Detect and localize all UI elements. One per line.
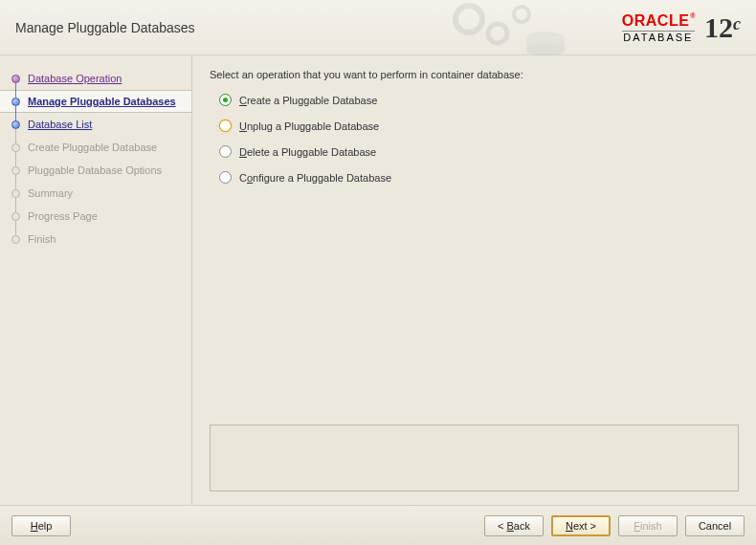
version-label: 12c — [704, 13, 741, 42]
radio-label: Unplug a Pluggable Database — [239, 120, 379, 132]
step-dot-icon — [11, 166, 20, 175]
next-button[interactable]: Next > — [551, 515, 611, 536]
page-title: Manage Pluggable Databases — [15, 20, 195, 35]
header-decoration-icon — [431, 0, 584, 55]
footer: Help < Back Next > Finish Cancel — [0, 505, 756, 545]
radio-configure-pluggable[interactable]: Configure a Pluggable Database — [219, 171, 739, 184]
radio-icon — [219, 120, 232, 132]
svg-point-0 — [456, 6, 482, 33]
prompt-text: Select an operation that you want to per… — [210, 69, 739, 80]
radio-icon — [219, 94, 232, 106]
step-dot-icon — [11, 235, 20, 244]
radio-label: Configure a Pluggable Database — [239, 172, 391, 184]
step-manage-pluggable[interactable]: Manage Pluggable Databases — [0, 90, 191, 113]
step-dot-icon — [11, 75, 20, 83]
step-dot-icon — [11, 189, 20, 198]
step-dot-icon — [11, 143, 20, 152]
step-label: Finish — [28, 233, 56, 245]
step-dot-icon — [11, 98, 20, 106]
operation-radio-group: Create a Pluggable Database Unplug a Plu… — [210, 94, 739, 184]
radio-icon — [219, 145, 232, 158]
step-create-pluggable: Create Pluggable Database — [0, 136, 191, 159]
radio-create-pluggable[interactable]: Create a Pluggable Database — [219, 94, 739, 106]
step-database-operation[interactable]: Database Operation — [0, 67, 191, 90]
finish-button: Finish — [618, 515, 678, 536]
radio-unplug-pluggable[interactable]: Unplug a Pluggable Database — [219, 120, 739, 132]
step-sidebar: Database Operation Manage Pluggable Data… — [0, 55, 191, 505]
step-label: Progress Page — [28, 210, 98, 222]
step-label: Summary — [28, 187, 73, 199]
step-finish: Finish — [0, 228, 191, 251]
main-panel: Select an operation that you want to per… — [191, 55, 756, 505]
step-summary: Summary — [0, 182, 191, 205]
content-area: Database Operation Manage Pluggable Data… — [0, 55, 756, 505]
radio-delete-pluggable[interactable]: Delete a Pluggable Database — [219, 145, 739, 158]
svg-rect-4 — [526, 38, 565, 50]
radio-icon — [219, 171, 232, 184]
help-button[interactable]: Help — [11, 515, 71, 536]
step-dot-icon — [11, 212, 20, 221]
step-label: Create Pluggable Database — [28, 142, 157, 153]
step-label: Database Operation — [28, 73, 122, 84]
step-dot-icon — [11, 120, 20, 129]
step-pluggable-options: Pluggable Database Options — [0, 159, 191, 182]
radio-label: Create a Pluggable Database — [239, 95, 377, 106]
product-name: DATABASE — [622, 31, 695, 43]
step-label: Manage Pluggable Databases — [28, 96, 176, 107]
step-progress: Progress Page — [0, 205, 191, 228]
message-area — [210, 425, 739, 491]
brand-name: ORACLE — [622, 12, 695, 30]
step-label: Database List — [28, 119, 92, 130]
svg-point-3 — [526, 32, 565, 45]
cancel-button[interactable]: Cancel — [685, 515, 745, 536]
back-button[interactable]: < Back — [484, 515, 544, 536]
svg-point-5 — [526, 43, 565, 55]
header: Manage Pluggable Databases ORACLE DATABA… — [0, 0, 756, 55]
svg-point-2 — [514, 7, 529, 22]
brand-logo: ORACLE DATABASE 12c — [622, 12, 741, 43]
step-database-list[interactable]: Database List — [0, 113, 191, 136]
svg-point-1 — [488, 24, 507, 43]
radio-label: Delete a Pluggable Database — [239, 146, 376, 158]
step-label: Pluggable Database Options — [28, 164, 162, 176]
